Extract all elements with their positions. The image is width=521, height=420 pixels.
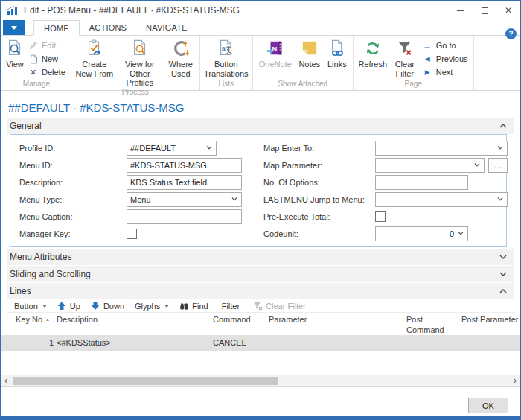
scroll-left-icon[interactable]: ‹ — [1, 376, 11, 386]
field-label: Menu Type: — [19, 195, 127, 204]
map-parameter-lookup-button[interactable]: … — [488, 158, 508, 173]
manager-key-checkbox[interactable] — [127, 229, 137, 239]
move-up-button[interactable]: Up — [57, 301, 80, 311]
delete-button[interactable]: ✕ Delete — [25, 66, 68, 79]
codeunit-combo[interactable]: 0 — [375, 226, 468, 241]
cell-description: <#KDSStatus> — [57, 338, 111, 347]
cell-command: CANCEL — [213, 338, 246, 347]
help-icon[interactable]: ? — [505, 28, 517, 39]
maximize-button[interactable] — [473, 1, 496, 20]
section-header-general[interactable]: General — [7, 118, 514, 134]
tab-navigate[interactable]: NAVIGATE — [136, 20, 197, 35]
pre-execute-total-checkbox[interactable] — [375, 211, 386, 222]
no-of-options-input[interactable] — [375, 175, 468, 190]
ribbon-tab-row: HOME ACTIONS NAVIGATE — [1, 20, 520, 36]
field-label: Pre-Execute Total: — [263, 212, 375, 221]
menu-caption-input[interactable] — [127, 209, 242, 224]
previous-triangle-icon: ◀ — [423, 54, 432, 64]
horizontal-scrollbar[interactable]: ‹ › — [1, 375, 520, 386]
clipboard-check-icon — [85, 39, 104, 58]
footer: OK — [1, 386, 520, 417]
ribbon-group-process: Create New From View for Other Profiles — [71, 36, 200, 90]
scrollbar-thumb[interactable] — [13, 377, 278, 385]
window-title: Edit - POS Menu - ##DEFAULT · #KDS-STATU… — [24, 5, 240, 16]
profile-id-combo[interactable]: ##DEFAULT — [127, 141, 217, 156]
app-window: Edit - POS Menu - ##DEFAULT · #KDS-STATU… — [0, 0, 521, 420]
go-to-button[interactable]: → Go to — [420, 39, 471, 52]
section-header-lines[interactable]: Lines — [7, 283, 514, 299]
filter-button[interactable]: Filter — [222, 302, 240, 311]
chevron-down-icon — [497, 146, 503, 150]
clear-filter-small-icon — [253, 301, 263, 311]
view-for-other-profiles-button[interactable]: View for Other Profiles — [115, 37, 164, 88]
scroll-right-icon[interactable]: › — [510, 376, 520, 386]
view-button[interactable]: View — [4, 37, 25, 69]
button-translations-button[interactable]: a Button Translations — [202, 37, 250, 78]
chevron-down-icon — [499, 272, 507, 276]
link-document-icon — [327, 39, 347, 58]
ribbon-group-show-attached: N OneNote Notes — [253, 36, 354, 90]
next-button[interactable]: ▶ Next — [420, 66, 471, 79]
section-header-menu-attributes[interactable]: Menu Attributes — [7, 249, 514, 265]
close-button[interactable]: ✕ — [496, 1, 520, 20]
ribbon-group-page: Refresh Clear Filter → Go to — [354, 36, 474, 90]
section-header-sliding-and-scrolling[interactable]: Sliding and Scrolling — [7, 266, 514, 282]
column-header-post-parameter[interactable]: Post Parameter — [461, 315, 518, 324]
chevron-down-icon — [231, 197, 237, 201]
column-header-key-no[interactable]: Key No. — [16, 315, 43, 324]
clear-filter-icon — [395, 39, 415, 58]
column-header-command[interactable]: Command — [213, 315, 251, 324]
lastmenu-jump-combo[interactable] — [375, 192, 508, 207]
go-to-arrow-icon: → — [423, 41, 432, 51]
app-menu-button[interactable] — [3, 20, 25, 35]
minimize-icon — [457, 10, 464, 11]
menu-id-input[interactable]: #KDS-STATUS-MSG — [127, 158, 242, 173]
refresh-icon — [363, 39, 383, 58]
onenote-button[interactable]: N OneNote — [255, 37, 295, 69]
minimize-button[interactable] — [449, 1, 473, 20]
app-logo-icon — [7, 5, 19, 16]
clear-filter-button[interactable]: Clear Filter — [390, 37, 420, 78]
glyphs-menu[interactable]: Glyphs — [135, 302, 169, 311]
column-header-description[interactable]: Description — [57, 315, 98, 324]
field-label: LASTMENU Jump to Menu: — [263, 195, 375, 204]
page-title: ##DEFAULT · #KDS-STATUS-MSG — [8, 97, 520, 118]
button-menu[interactable]: Button — [14, 302, 47, 311]
map-parameter-combo[interactable] — [375, 158, 485, 173]
binoculars-icon — [179, 301, 189, 311]
where-used-button[interactable]: Where Used — [164, 37, 197, 78]
chevron-down-icon — [42, 305, 47, 308]
notes-button[interactable]: Notes — [295, 37, 324, 69]
ribbon: View Edit — [1, 36, 520, 91]
edit-button[interactable]: Edit — [25, 39, 68, 52]
tab-actions[interactable]: ACTIONS — [80, 20, 136, 35]
ok-button[interactable]: OK — [468, 398, 508, 413]
find-button[interactable]: Find — [179, 301, 208, 311]
svg-text:a: a — [222, 45, 226, 52]
links-button[interactable]: Links — [324, 37, 351, 69]
tab-home[interactable]: HOME — [33, 20, 80, 36]
clear-filter-lines-button[interactable]: Clear Filter — [253, 301, 306, 311]
chevron-up-icon — [499, 289, 507, 293]
map-enter-to-combo[interactable] — [375, 141, 508, 156]
create-new-from-button[interactable]: Create New From — [74, 37, 115, 78]
table-empty-area — [1, 351, 520, 375]
move-down-button[interactable]: Down — [91, 301, 124, 311]
edit-pencil-icon — [28, 41, 38, 51]
chevron-up-icon — [499, 124, 507, 128]
up-arrow-icon — [57, 301, 67, 311]
table-row[interactable]: 1 <#KDSStatus> CANCEL — [1, 335, 520, 351]
column-header-parameter[interactable]: Parameter — [269, 315, 307, 324]
scrollbar-track[interactable] — [13, 377, 508, 385]
menu-type-select[interactable]: Menu — [127, 192, 242, 207]
new-document-icon — [28, 54, 38, 64]
description-input[interactable]: KDS Status Text field — [127, 175, 242, 190]
new-button[interactable]: New — [25, 52, 68, 66]
refresh-button[interactable]: Refresh — [356, 37, 390, 69]
titlebar: Edit - POS Menu - ##DEFAULT · #KDS-STATU… — [1, 1, 520, 20]
chevron-down-icon — [499, 255, 507, 259]
field-label: Menu Caption: — [19, 212, 127, 221]
column-header-post-command[interactable]: Post Command — [406, 315, 450, 336]
group-label-page: Page — [356, 80, 471, 90]
previous-button[interactable]: ◀ Previous — [420, 52, 471, 66]
